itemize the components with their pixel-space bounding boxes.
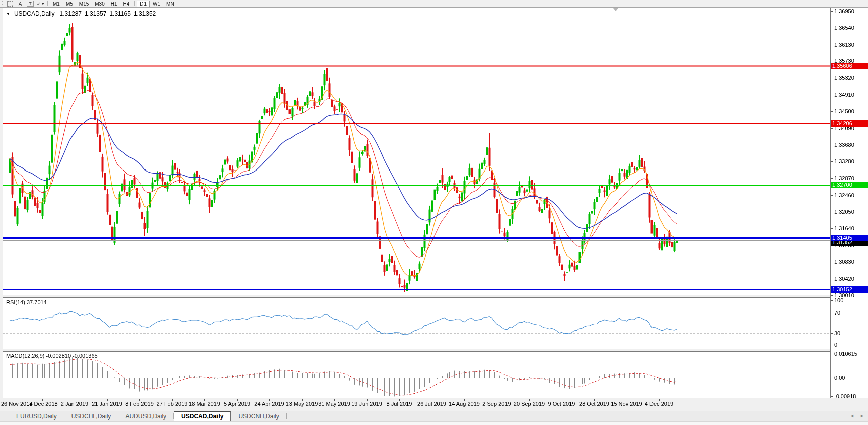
timeframe-toolbar: M1M5M15M30H1H4D1W1MN <box>50 1 177 7</box>
chart-tab-USDCAD[interactable]: USDCAD,Daily <box>174 411 231 421</box>
level-price-tag: 1.30152 <box>831 286 868 293</box>
chart-tab-AUDUSD[interactable]: AUDUSD,Daily <box>118 411 173 421</box>
date-axis-label: 4 Dec 2019 <box>645 401 673 407</box>
rsi-axis-tick: 0 <box>834 342 837 348</box>
level-price-tag: 1.35606 <box>831 63 868 69</box>
level-price-tag: 1.34206 <box>831 120 868 127</box>
fibonacci-icon: F <box>7 1 13 7</box>
date-axis-label: 26 Jul 2019 <box>417 401 446 407</box>
price-axis-tick: 1.36950 <box>834 8 854 14</box>
timeframe-button-MN[interactable]: MN <box>163 1 177 7</box>
price-axis-tick: 1.34910 <box>834 92 854 98</box>
rsi-value: 37.7014 <box>27 299 47 305</box>
ohlc-close: 1.31352 <box>134 10 156 17</box>
price-axis-tick: 1.31640 <box>834 225 854 231</box>
date-axis-label: 13 May 2019 <box>286 401 318 407</box>
price-axis-tick: 1.30420 <box>834 276 854 282</box>
date-axis-label: 31 May 2019 <box>318 401 350 407</box>
macd-signal-value: -0.001365 <box>73 353 98 359</box>
date-axis-label: 21 Jan 2019 <box>92 401 122 407</box>
price-axis-tick: 1.33680 <box>834 142 854 148</box>
tab-scroll-left-button[interactable]: ◄ <box>850 413 854 418</box>
date-axis-label: 2 Sep 2019 <box>482 401 511 407</box>
date-axis-label: 8 Jul 2019 <box>387 401 412 407</box>
date-axis-label: 24 Apr 2019 <box>254 401 284 407</box>
chart-canvas[interactable] <box>0 0 868 425</box>
date-axis-label: 5 Apr 2019 <box>224 401 250 407</box>
price-axis-tick: 1.36540 <box>834 25 854 31</box>
chart-tab-USDCNH[interactable]: USDCNH,Daily <box>231 411 286 421</box>
timeframe-button-M30[interactable]: M30 <box>92 1 107 7</box>
timeframe-button-M1[interactable]: M1 <box>50 1 63 7</box>
macd-axis-tick: 0.010615 <box>834 351 857 357</box>
macd-value: -0.002810 <box>46 353 71 359</box>
chart-tab-EURUSD[interactable]: EURUSD,Daily <box>9 411 64 421</box>
price-axis-tick: 1.35320 <box>834 75 854 81</box>
price-axis-tick: 1.33280 <box>834 158 854 164</box>
chart-title: ▼ USDCAD,Daily 1.31287 1.31357 1.31165 1… <box>6 10 156 17</box>
date-axis-label: 14 Dec 2018 <box>26 401 57 407</box>
ohlc-high: 1.31357 <box>85 10 106 17</box>
toolbar: F A T ✓ ▾ M1M5M15M30H1H4D1W1MN <box>0 0 868 8</box>
macd-axis-tick: 0.00 <box>834 375 845 381</box>
fibonacci-tool-button[interactable]: F <box>6 1 14 7</box>
ohlc-open: 1.31287 <box>60 10 82 17</box>
price-axis-tick: 1.36130 <box>834 42 854 48</box>
rsi-label: RSI(14) 37.7014 <box>6 299 47 305</box>
tab-scroll-right-button[interactable]: ► <box>860 413 864 418</box>
rsi-axis-tick: 100 <box>834 297 843 303</box>
arrows-icon: ✓ <box>37 1 41 7</box>
timeframe-button-H1[interactable]: H1 <box>108 1 120 7</box>
date-axis-label: 9 Oct 2019 <box>548 401 575 407</box>
chart-collapse-icon[interactable]: ▼ <box>6 12 10 16</box>
macd-label: MACD(12,26,9) -0.002810 -0.001365 <box>6 353 98 359</box>
date-axis-label: 20 Sep 2019 <box>514 401 545 407</box>
price-axis-tick: 1.32460 <box>834 192 854 198</box>
tab-separator <box>286 413 287 419</box>
price-axis-tick: 1.34500 <box>834 108 854 114</box>
date-axis-label: 28 Oct 2019 <box>579 401 609 407</box>
rsi-axis-tick: 30 <box>834 330 840 336</box>
price-axis-tick: 1.30830 <box>834 259 854 265</box>
arrows-tool-button[interactable]: ✓ ▾ <box>36 1 44 7</box>
status-strip <box>0 421 868 425</box>
date-axis-label: 14 Aug 2019 <box>449 401 480 407</box>
level-price-tag: 1.32700 <box>831 182 868 188</box>
date-axis-label: 8 Feb 2019 <box>125 401 154 407</box>
label-icon: T <box>27 1 34 7</box>
price-axis-tick: 1.32050 <box>834 209 854 215</box>
chart-tab-USDCHF[interactable]: USDCHF,Daily <box>64 411 118 421</box>
ohlc-low: 1.31165 <box>109 10 131 17</box>
timeframe-button-H4[interactable]: H4 <box>120 1 133 7</box>
date-axis-label: 2 Jan 2019 <box>61 401 88 407</box>
date-axis-label: 27 Feb 2019 <box>157 401 188 407</box>
timeframe-button-D1[interactable]: D1 <box>137 1 150 7</box>
toolbar-grip[interactable] <box>1 1 4 6</box>
text-icon: A <box>19 1 22 7</box>
toolbar-separator <box>47 1 48 6</box>
rsi-axis-tick: 70 <box>834 310 840 316</box>
symbol-label: USDCAD,Daily <box>14 10 55 17</box>
arrows-dropdown-icon[interactable]: ▾ <box>42 2 44 6</box>
chart-tabbar: EURUSD,DailyUSDCHF,DailyAUDUSD,DailyUSDC… <box>0 411 868 421</box>
timeframe-button-M5[interactable]: M5 <box>63 1 76 7</box>
terminal-window: F A T ✓ ▾ M1M5M15M30H1H4D1W1MN ▼ USDCAD,… <box>0 0 868 425</box>
macd-axis-tick: -0.00918 <box>834 393 856 399</box>
price-axis-tick: 1.32870 <box>834 175 854 181</box>
timeframe-button-W1[interactable]: W1 <box>150 1 163 7</box>
date-axis-label: 15 Nov 2019 <box>611 401 642 407</box>
tabs-container: EURUSD,DailyUSDCHF,DailyAUDUSD,DailyUSDC… <box>9 411 287 421</box>
date-axis-label: 19 Jun 2019 <box>351 401 382 407</box>
timeframe-button-M15[interactable]: M15 <box>76 1 92 7</box>
toolbar-separator <box>134 1 135 6</box>
text-tool-button[interactable]: A <box>16 1 24 7</box>
date-axis-label: 18 Mar 2019 <box>189 401 220 407</box>
label-tool-button[interactable]: T <box>26 1 34 7</box>
level-price-tag: 1.31405 <box>831 235 868 241</box>
